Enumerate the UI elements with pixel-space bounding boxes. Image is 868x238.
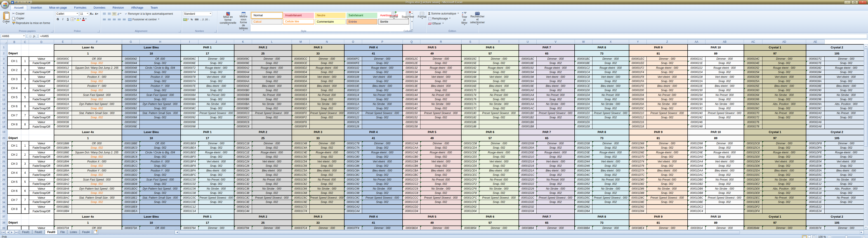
offset-hex-cell[interactable]: 00001D28 <box>519 191 536 196</box>
row-header[interactable]: 19 <box>0 129 8 135</box>
fixture-group-name[interactable]: Laser Bleu <box>122 214 181 220</box>
offset-hex-cell[interactable]: 00003884 <box>519 226 536 230</box>
offset-hex-cell[interactable]: 00001D7C <box>629 173 647 177</box>
channel-function-cell[interactable]: Preset Speed Slowest : 000 <box>421 111 461 115</box>
fade-mode-cell[interactable]: Snap. 002 <box>72 164 122 168</box>
offset-hex-cell[interactable]: 00001D9A <box>688 146 706 150</box>
channel-function-cell[interactable]: Rouge éteint : 000 <box>706 66 744 70</box>
offset-hex-cell[interactable]: 00000080 <box>181 88 198 93</box>
offset-hex-cell[interactable]: 00001D04 <box>461 209 479 214</box>
offset-hex-cell[interactable]: 00001D1A <box>519 168 536 173</box>
fade-mode-cell[interactable]: Snap. 002 <box>592 182 629 186</box>
offset-hex-cell[interactable]: 00000030 <box>54 111 72 115</box>
column-header-B[interactable]: B <box>7 40 21 44</box>
close-button[interactable]: × <box>859 0 867 4</box>
offset-hex-cell[interactable]: 00000266 <box>744 97 763 102</box>
channel-function-cell[interactable] <box>479 120 519 124</box>
scroll-right-icon[interactable] <box>860 230 864 234</box>
fixture-group-name[interactable]: PAR 10 <box>688 214 744 220</box>
channel-function-cell[interactable]: Preset Speed Slowest : 000 <box>421 196 461 200</box>
fixture-group-name[interactable]: PAR 4 <box>344 44 403 51</box>
offset-hex-cell[interactable]: 00001E0C <box>806 173 825 177</box>
fade-mode-cell[interactable]: Snap. 002 <box>421 182 461 186</box>
formula-input[interactable]: =AM65 <box>39 34 867 38</box>
offset-hex-cell[interactable]: 00000138 <box>403 75 421 79</box>
offset-hex-cell[interactable]: 00001C20 <box>234 155 252 159</box>
redo-dropdown-icon[interactable] <box>26 2 27 3</box>
undo-icon[interactable]: ↶ <box>16 1 18 4</box>
offset-hex-cell[interactable]: 00001B9C <box>54 173 72 177</box>
dmx-start-address[interactable]: 73 <box>575 51 629 57</box>
channel-function-cell[interactable]: No Preset : 000 <box>763 196 806 200</box>
offset-hex-cell[interactable]: 00001C2A <box>234 168 252 173</box>
fade-mode-cell[interactable]: Snap. 002 <box>309 182 344 186</box>
align-center-button[interactable] <box>107 17 112 22</box>
channel-label-cell[interactable]: CH 2 <box>7 150 21 159</box>
channel-function-cell[interactable]: Dimmer : 000 <box>252 141 292 146</box>
offset-hex-cell[interactable]: 00001BD6 <box>122 177 140 182</box>
offset-hex-cell[interactable]: 00001DDC <box>744 173 763 177</box>
fade-mode-cell[interactable]: Snap. 002 <box>763 106 806 111</box>
offset-hex-cell[interactable]: 00001E22 <box>806 205 825 209</box>
offset-hex-cell[interactable]: 00001BCA <box>122 159 140 164</box>
column-header-R[interactable]: R <box>421 40 461 44</box>
channel-function-cell[interactable]: No Strobe : 000 <box>309 102 344 106</box>
fade-mode-cell[interactable]: Snap. 002 <box>140 191 181 196</box>
row-header[interactable]: 28 <box>0 173 8 177</box>
conditional-formatting-button[interactable]: Mise en forme conditionnelle <box>219 11 237 32</box>
cell-style-neutre[interactable]: Neutre <box>315 13 346 18</box>
channel-function-cell[interactable] <box>825 205 868 209</box>
fade-mode-cell[interactable]: Snap. 002 <box>592 115 629 120</box>
offset-hex-cell[interactable]: 00001C36 <box>234 186 252 191</box>
column-header-V[interactable]: V <box>537 40 575 44</box>
channel-function-cell[interactable]: Rouge éteint : 000 <box>647 66 688 70</box>
channel-function-cell[interactable]: Dimmer : 000 <box>198 226 234 230</box>
offset-hex-cell[interactable]: 00000090 <box>181 111 198 115</box>
column-header-E[interactable]: E <box>54 40 72 44</box>
dmx-start-address[interactable]: 10 <box>122 135 181 141</box>
offset-hex-cell[interactable]: 00001B94 <box>54 159 72 164</box>
channel-function-cell[interactable]: No Strobe : 000 <box>198 186 234 191</box>
fade-mode-cell[interactable]: Snap. 002 <box>825 146 868 150</box>
channel-label-cell[interactable]: CH 5 <box>7 93 21 102</box>
offset-hex-cell[interactable]: 00001BF4 <box>181 159 198 164</box>
cell-style-commentaire[interactable]: Commentaire <box>315 19 346 24</box>
offset-hex-cell[interactable]: 00001CBA <box>403 168 421 173</box>
fixture-group-name[interactable]: PAR 3 <box>292 129 344 135</box>
offset-hex-cell[interactable]: 0000017A <box>461 102 479 106</box>
channel-function-cell[interactable]: Vert éteint : 000 <box>592 159 629 164</box>
fade-label-cell[interactable]: Fade/Snap/Off <box>29 97 54 102</box>
offset-hex-cell[interactable]: 00001D62 <box>575 205 592 209</box>
fade-mode-cell[interactable]: Snap. 002 <box>763 200 806 205</box>
offset-hex-cell[interactable]: 00001C90 <box>344 177 362 182</box>
offset-hex-cell[interactable]: 0000009E <box>234 61 252 66</box>
dmx-start-address[interactable]: 33 <box>292 135 344 141</box>
offset-hex-cell[interactable]: 00000204 <box>629 93 647 97</box>
offset-hex-cell[interactable]: 000000F0 <box>292 111 309 115</box>
channel-function-cell[interactable]: Dimmer : 000 <box>309 226 344 230</box>
fade-mode-cell[interactable]: Snap. 002 <box>763 191 806 196</box>
channel-function-cell[interactable]: No Preset: 000 <box>421 93 461 97</box>
channel-function-cell[interactable]: Dimmer : 000 <box>537 57 575 61</box>
merge-center-button[interactable]: Fusionner et centrer <box>127 18 160 22</box>
channel-function-cell[interactable]: Rouge éteint : 000 <box>479 66 519 70</box>
fade-mode-cell[interactable] <box>140 209 181 214</box>
channel-function-cell[interactable]: Dyn Pattern fast Speed : 000 <box>140 102 181 106</box>
channel-function-cell[interactable]: Dimmer : 000 <box>706 226 744 230</box>
row-header[interactable]: 35 <box>0 205 8 209</box>
offset-hex-cell[interactable]: 00000032 <box>54 115 72 120</box>
offset-hex-cell[interactable]: 00000020 <box>54 88 72 93</box>
offset-hex-cell[interactable]: 00001BD8 <box>122 182 140 186</box>
autosum-button[interactable]: ΣSomme automatique <box>428 11 460 16</box>
channel-function-cell[interactable]: Bleu éteint : 000 <box>763 84 806 88</box>
cell-style-entrée[interactable]: Entrée <box>346 19 377 24</box>
channel-function-cell[interactable]: Dimmer : 000 <box>198 141 234 146</box>
fade-mode-cell[interactable] <box>763 124 806 129</box>
dmx-start-address[interactable]: 73 <box>575 220 629 226</box>
fixture-group-name[interactable]: PAR 8 <box>575 44 629 51</box>
fade-mode-cell[interactable]: Snap. 002 <box>140 164 181 168</box>
fade-mode-cell[interactable] <box>309 124 344 129</box>
valeur-label-cell[interactable]: Valeur <box>29 177 54 182</box>
dmx-start-address[interactable]: 1 <box>54 51 122 57</box>
channel-function-cell[interactable]: Dimmer : 000 <box>763 57 806 61</box>
